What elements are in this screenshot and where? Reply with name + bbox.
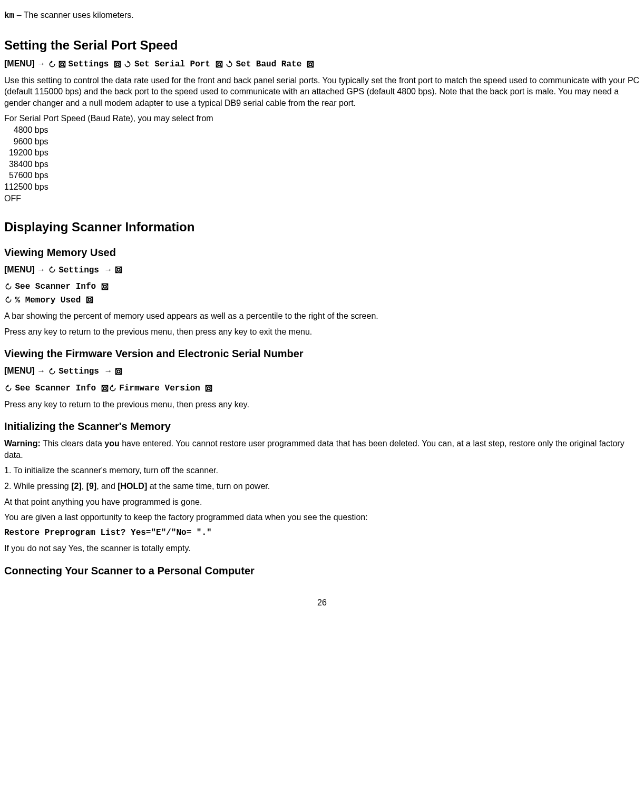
baud-list: 4800 bps 9600 bps 19200 bps 38400 bps 57… xyxy=(4,124,640,204)
init-step2-b: at the same time, turn on power. xyxy=(147,482,270,491)
rotate-left-icon xyxy=(109,384,117,393)
mem-menu-path-3: % Memory Used xyxy=(4,294,640,307)
init-para-5: If you do not say Yes, the scanner is to… xyxy=(4,543,640,554)
heading-connect-pc: Connecting Your Scanner to a Personal Co… xyxy=(4,564,640,578)
mem-menu-path-2: See Scanner Info xyxy=(4,280,640,293)
target-icon xyxy=(101,282,109,291)
init-step2-a: 2. While pressing xyxy=(4,482,71,491)
baud-option: 4800 bps xyxy=(4,124,640,136)
set-baud-rate-label: Set Baud Rate xyxy=(236,60,306,69)
rotate-left-icon xyxy=(48,367,56,376)
rotate-left-icon xyxy=(4,296,13,304)
baud-option: 112500 bps xyxy=(4,181,640,193)
target-icon xyxy=(115,266,122,274)
km-desc: – The scanner uses kilometers. xyxy=(14,11,133,19)
serial-description: Use this setting to control the data rat… xyxy=(4,75,640,109)
arrow: → xyxy=(104,265,115,274)
rotate-left-icon xyxy=(4,384,13,393)
km-code: km xyxy=(4,11,14,21)
baud-option: 9600 bps xyxy=(4,136,640,148)
arrow: → xyxy=(37,265,47,274)
heading-initialize-memory: Initializing the Scanner's Memory xyxy=(4,419,640,434)
target-icon xyxy=(216,60,223,69)
rotate-left-icon xyxy=(48,266,56,274)
init-warning: Warning: This clears data you have enter… xyxy=(4,438,640,461)
menu-key: [MENU] xyxy=(4,366,35,375)
heading-firmware: Viewing the Firmware Version and Electro… xyxy=(4,347,640,361)
init-warn-you: you xyxy=(104,439,119,448)
arrow: → xyxy=(37,366,47,375)
warning-label: Warning: xyxy=(4,439,41,448)
target-icon xyxy=(101,384,109,393)
init-warn-a: This clears data xyxy=(41,439,105,448)
baud-intro: For Serial Port Speed (Baud Rate), you m… xyxy=(4,113,640,124)
serial-menu-path: [MENU] → Settings Set Serial Port Set Ba… xyxy=(4,58,640,71)
rotate-right-icon xyxy=(225,60,233,69)
target-icon xyxy=(115,367,122,376)
baud-option: 57600 bps xyxy=(4,170,640,181)
rotate-left-icon xyxy=(48,60,56,69)
see-scanner-info-label: See Scanner Info xyxy=(15,384,101,393)
target-icon xyxy=(114,60,121,69)
target-icon xyxy=(58,60,66,69)
firmware-version-label: Firmware Version xyxy=(119,384,205,393)
init-step-1: 1. To initialize the scanner's memory, t… xyxy=(4,465,640,476)
key-2: [2] xyxy=(71,482,82,491)
page-number: 26 xyxy=(4,597,640,609)
target-icon xyxy=(205,384,212,393)
mem-para-2: Press any key to return to the previous … xyxy=(4,326,640,338)
target-icon xyxy=(307,60,314,69)
baud-option: 38400 bps xyxy=(4,159,640,170)
arrow: → xyxy=(104,366,115,375)
heading-memory-used: Viewing Memory Used xyxy=(4,246,640,260)
rotate-left-icon xyxy=(4,282,13,291)
init-step2-c2: , and xyxy=(96,482,118,491)
target-icon xyxy=(86,296,93,304)
baud-option: OFF xyxy=(4,193,640,204)
init-para-4: You are given a last opportunity to keep… xyxy=(4,512,640,523)
heading-serial-port-speed: Setting the Serial Port Speed xyxy=(4,37,640,54)
memory-used-label: % Memory Used xyxy=(15,296,85,305)
settings-label: Settings xyxy=(69,60,114,69)
km-line: km – The scanner uses kilometers. xyxy=(4,9,640,22)
mem-para-1: A bar showing the percent of memory used… xyxy=(4,310,640,322)
heading-display-info: Displaying Scanner Information xyxy=(4,219,640,236)
arrow: → xyxy=(37,59,47,68)
fw-menu-path-1: [MENU] → Settings → xyxy=(4,365,640,378)
key-9: [9] xyxy=(86,482,97,491)
settings-label: Settings xyxy=(58,367,104,376)
rotate-right-icon xyxy=(123,60,132,69)
restore-prompt: Restore Preprogram List? Yes="E"/"No= ".… xyxy=(4,527,640,539)
init-step2-c1: , xyxy=(82,482,86,491)
set-serial-port-label: Set Serial Port xyxy=(134,60,216,69)
mem-menu-path-1: [MENU] → Settings → xyxy=(4,264,640,277)
fw-para: Press any key to return to the previous … xyxy=(4,399,640,410)
menu-key: [MENU] xyxy=(4,59,35,68)
menu-key: [MENU] xyxy=(4,265,35,274)
init-para-3: At that point anything you have programm… xyxy=(4,496,640,508)
settings-label: Settings xyxy=(58,266,104,275)
fw-menu-path-2: See Scanner Info Firmware Version xyxy=(4,382,640,395)
baud-option: 19200 bps xyxy=(4,147,640,159)
see-scanner-info-label: See Scanner Info xyxy=(15,282,101,291)
key-hold: [HOLD] xyxy=(118,482,147,491)
init-step-2: 2. While pressing [2], [9], and [HOLD] a… xyxy=(4,481,640,492)
